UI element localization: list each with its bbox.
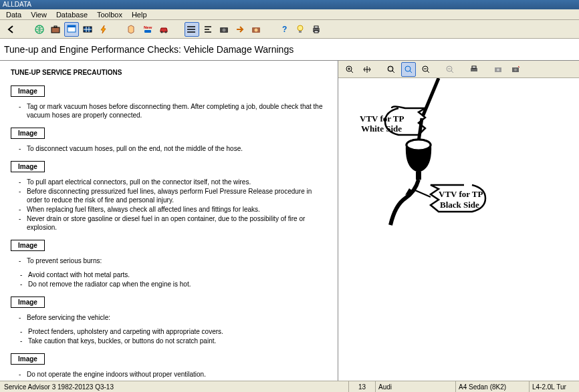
svg-point-26	[405, 66, 411, 71]
svg-point-12	[187, 31, 189, 33]
menu-view[interactable]: View	[26, 11, 51, 19]
car-icon[interactable]	[156, 22, 171, 37]
svg-rect-22	[314, 31, 318, 33]
content-area: TUNE-UP SERVICE PRECAUTIONS Image Tag or…	[0, 61, 579, 384]
briefcase-icon[interactable]	[48, 22, 63, 37]
camera-save-icon[interactable]	[508, 62, 523, 77]
list-item: When replacing fuel filters, always chec…	[19, 205, 327, 214]
svg-point-8	[161, 31, 163, 33]
list-item: Before disconnecting pressurized fuel li…	[19, 187, 327, 204]
svg-text:?: ?	[282, 25, 287, 34]
menu-data[interactable]: Data	[1, 11, 26, 19]
fit-icon[interactable]	[360, 62, 374, 77]
sub-list: Avoid contact with hot metal parts. Do n…	[20, 270, 327, 288]
image-button[interactable]: Image	[11, 297, 45, 308]
statusbar: Service Advisor 3 1982-20123 Q3-13 13 Au…	[0, 381, 579, 392]
svg-text:VTV for TP: VTV for TP	[439, 189, 483, 199]
svg-text:New: New	[144, 25, 152, 29]
svg-rect-1	[51, 27, 60, 33]
bulb-icon[interactable]	[293, 22, 308, 37]
camera-alt-icon[interactable]	[249, 22, 263, 37]
list-item: To pull apart electrical connectors, pul…	[19, 178, 327, 186]
camera-icon[interactable]	[217, 22, 231, 37]
bullet-list: Before servicing the vehicle:	[19, 313, 327, 322]
window-select-icon[interactable]	[64, 22, 79, 37]
back-arrow-icon[interactable]	[4, 22, 19, 37]
status-page: 13	[349, 381, 376, 392]
status-model: A4 Sedan (8K2)	[456, 381, 530, 392]
status-make: Audi	[376, 381, 456, 392]
svg-text:VTV for TP: VTV for TP	[360, 114, 404, 124]
camera-icon[interactable]	[491, 62, 505, 77]
zoom-out-sm-icon[interactable]	[419, 62, 433, 77]
new-car-icon[interactable]: New	[140, 22, 155, 37]
svg-rect-7	[144, 30, 151, 33]
menu-database[interactable]: Database	[51, 11, 92, 19]
list-item: Never drain or store gasoline or diesel …	[19, 214, 327, 232]
image-toolbar	[338, 61, 579, 78]
image-pane: VTV for TP White Side VTV for TP Black S…	[338, 61, 579, 384]
svg-point-9	[165, 31, 167, 33]
main-toolbar: New ?	[0, 20, 579, 39]
hand-book-icon[interactable]	[124, 22, 139, 37]
svg-rect-4	[68, 25, 76, 27]
svg-point-38	[407, 140, 431, 150]
list-item: Tag or mark vacuum hoses before disconne…	[19, 102, 327, 120]
image-button[interactable]: Image	[11, 161, 45, 172]
zoom-area-icon[interactable]	[384, 62, 398, 77]
zoom-out-icon[interactable]	[443, 62, 457, 77]
image-button[interactable]: Image	[11, 85, 45, 97]
svg-point-11	[187, 29, 189, 30]
svg-rect-19	[299, 31, 302, 33]
list-item: Avoid contact with hot metal parts.	[20, 270, 327, 279]
grid-icon[interactable]	[80, 22, 95, 37]
svg-rect-29	[471, 68, 477, 71]
svg-point-16	[255, 28, 258, 31]
zoom-in-icon[interactable]	[342, 62, 357, 77]
doc-heading: TUNE-UP SERVICE PRECAUTIONS	[11, 69, 327, 76]
image-button[interactable]: Image	[11, 353, 45, 365]
svg-point-34	[514, 68, 517, 71]
bullet-list: Tag or mark vacuum hoses before disconne…	[19, 102, 327, 120]
lightning-icon[interactable]	[96, 22, 111, 37]
image-button[interactable]: Image	[11, 128, 45, 139]
list-item: Before servicing the vehicle:	[19, 313, 327, 322]
document-pane: TUNE-UP SERVICE PRECAUTIONS Image Tag or…	[0, 61, 338, 384]
window-titlebar: ALLDATA	[0, 0, 579, 9]
arrow-right-icon[interactable]	[233, 22, 247, 37]
app-title: ALLDATA	[3, 1, 31, 8]
print-icon[interactable]	[309, 22, 324, 37]
help-icon[interactable]: ?	[277, 22, 292, 37]
globe-icon[interactable]	[32, 22, 47, 37]
bullet-list: To disconnect vacuum hoses, pull on the …	[19, 144, 327, 153]
list-view-icon[interactable]	[185, 22, 199, 37]
svg-rect-25	[388, 67, 392, 71]
status-version: Service Advisor 3 1982-20123 Q3-13	[1, 381, 349, 392]
svg-text:White Side: White Side	[361, 124, 402, 134]
svg-rect-21	[314, 26, 318, 28]
print-icon[interactable]	[467, 62, 481, 77]
list-item: To disconnect vacuum hoses, pull on the …	[19, 144, 327, 153]
list-item: Protect fenders, upholstery and carpetin…	[20, 327, 327, 336]
svg-rect-39	[416, 172, 421, 180]
bullet-list: To pull apart electrical connectors, pul…	[19, 178, 327, 232]
svg-text:Black Side: Black Side	[440, 200, 479, 210]
menu-toolbox[interactable]: Toolbox	[92, 11, 127, 19]
menu-help[interactable]: Help	[127, 11, 152, 19]
zoom-select-icon[interactable]	[401, 62, 416, 77]
list-item: Do not remove the radiator cap when the …	[20, 280, 327, 288]
svg-point-18	[298, 25, 303, 31]
svg-point-32	[497, 68, 499, 71]
diagram-view[interactable]: VTV for TP White Side VTV for TP Black S…	[338, 78, 579, 384]
list-item: To prevent serious burns:	[19, 256, 327, 265]
align-icon[interactable]	[201, 22, 215, 37]
svg-point-14	[223, 28, 226, 31]
svg-rect-2	[54, 26, 57, 27]
list-item: Take caution that keys, buckles, or butt…	[20, 337, 327, 345]
list-item: Do not operate the engine indoors withou…	[19, 370, 327, 379]
page-title: Tune-up and Engine Performance Checks: V…	[0, 39, 579, 61]
status-engine: L4-2.0L Tur	[530, 381, 569, 392]
menubar: Data View Database Toolbox Help	[0, 9, 579, 20]
image-button[interactable]: Image	[11, 240, 45, 251]
bullet-list: To prevent serious burns:	[19, 256, 327, 265]
